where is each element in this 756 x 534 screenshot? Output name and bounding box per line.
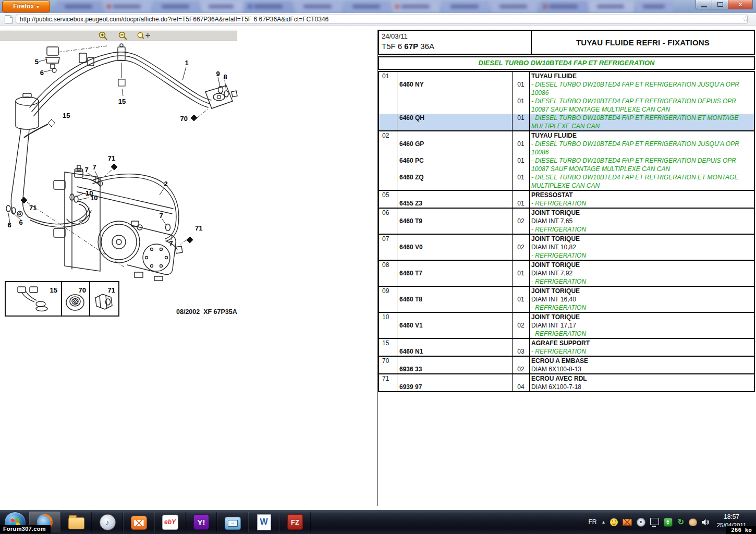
parts-row[interactable]: 09JOINT TORIQUE: [379, 287, 754, 295]
browser-tab[interactable]: [442, 1, 489, 13]
part-number-cell: 6460 N1: [397, 347, 513, 356]
parts-row[interactable]: 05PRESSOSTAT: [379, 191, 754, 199]
taskbar-remote-window-button[interactable]: →: [217, 512, 248, 532]
browser-tab[interactable]: [540, 1, 588, 13]
parts-row-selected[interactable]: 6460 QH01- DIESEL TURBO DW10BTED4 FAP ET…: [379, 114, 754, 130]
part-ref-cell: [379, 243, 397, 251]
navigation-bar: ☆: [0, 13, 756, 26]
part-desc-cell: JOINT TORIQUE: [530, 235, 754, 243]
parts-row[interactable]: 6460 PC01- DIESEL TURBO DW10BTED4 FAP ET…: [379, 156, 754, 173]
browser-tab[interactable]: [201, 1, 243, 13]
browser-tab[interactable]: [153, 1, 199, 13]
url-input[interactable]: [16, 15, 748, 23]
sync-tray-icon[interactable]: ↻: [677, 518, 684, 526]
close-button[interactable]: ×: [728, 0, 753, 9]
parts-row[interactable]: 6939 9704DIAM 6X100-7-18: [379, 383, 754, 391]
browser-tab[interactable]: [589, 1, 634, 13]
part-number-cell: 6455 Z3: [397, 199, 513, 208]
parts-row[interactable]: 15AGRAFE SUPPORT: [379, 339, 754, 347]
part-number-cell: 6460 QH: [397, 114, 513, 130]
parts-row[interactable]: 02TUYAU FLUIDE: [379, 131, 754, 140]
part-ref-cell: [379, 321, 397, 330]
mail-icon: [131, 516, 147, 530]
parts-row[interactable]: 08JOINT TORIQUE: [379, 261, 754, 269]
firefox-menu-button[interactable]: Firefox▾: [2, 1, 50, 13]
zoom-pan-button[interactable]: [137, 31, 150, 40]
part-ref-cell: 09: [379, 287, 397, 295]
parts-row[interactable]: 01TUYAU FLUIDE: [379, 72, 754, 80]
parts-row[interactable]: - REFRIGERATION: [379, 251, 754, 260]
parts-row[interactable]: - REFRIGERATION: [379, 304, 754, 312]
parts-row[interactable]: 6460 T701DIAM INT 7,92: [379, 269, 754, 277]
chevron-down-icon: ▾: [36, 4, 39, 9]
parts-row[interactable]: 6460 ZQ01- DIESEL TURBO DW10BTED4 FAP ET…: [379, 173, 754, 190]
part-ref-cell: [379, 269, 397, 277]
browser-tab[interactable]: [392, 1, 440, 13]
parts-group: 10JOINT TORIQUE6460 V102DIAM INT 17,17- …: [379, 312, 754, 338]
parts-row[interactable]: - REFRIGERATION: [379, 225, 754, 234]
part-qty-cell: 01: [513, 140, 530, 156]
minimize-button[interactable]: [696, 0, 712, 9]
taskbar-explorer-button[interactable]: [60, 512, 92, 532]
browser-tab[interactable]: [56, 1, 102, 13]
parts-row[interactable]: - REFRIGERATION: [379, 330, 754, 338]
parts-row[interactable]: 6460 T801DIAM INT 16,40: [379, 295, 754, 304]
zoom-in-button[interactable]: [97, 31, 111, 40]
restore-button[interactable]: [712, 0, 728, 9]
part-qty-cell: [513, 225, 530, 234]
part-desc-cell: - REFRIGERATION: [530, 330, 754, 338]
parts-group: 71ECROU AVEC RDL6939 9704DIAM 6X100-7-18: [379, 373, 754, 391]
messenger-tray-icon[interactable]: [610, 518, 618, 526]
parts-row[interactable]: 6936 3302DIAM 6X100-8-13: [379, 365, 754, 373]
taskbar-filezilla-button[interactable]: FZ: [279, 512, 311, 532]
part-number-cell: 6460 NY: [397, 80, 513, 97]
parts-row[interactable]: 07JOINT TORIQUE: [379, 235, 754, 243]
parts-row[interactable]: 6460 GP01- DIESEL TURBO DW10BTED4 FAP ET…: [379, 140, 754, 156]
zoom-out-icon: [118, 31, 129, 40]
taskbar-itunes-button[interactable]: ♪: [92, 512, 123, 532]
volume-tray-icon[interactable]: [702, 519, 709, 526]
parts-diagram: 5 6 15 1 9 8 70 15 71 7 7 10 10 2 71 7 7…: [0, 42, 377, 323]
language-indicator[interactable]: FR: [589, 518, 597, 526]
browser-tab[interactable]: [344, 1, 390, 13]
part-ref-cell: [379, 330, 397, 338]
parts-row[interactable]: 6460 V102DIAM INT 17,17: [379, 321, 754, 330]
parts-row[interactable]: 6460 T902DIAM INT 7,65: [379, 217, 754, 225]
parts-row[interactable]: - REFRIGERATION: [379, 277, 754, 286]
taskbar-yahoo-button[interactable]: Y!: [186, 512, 217, 532]
browser-tab[interactable]: [491, 1, 537, 13]
network-tray-icon[interactable]: [650, 518, 659, 525]
bookmark-star-icon[interactable]: ☆: [742, 15, 749, 23]
parts-row[interactable]: 6460 V002DIAM INT 10,82: [379, 243, 754, 251]
taskbar-ebay-button[interactable]: ebY: [154, 512, 186, 532]
parts-row[interactable]: 01- DIESEL TURBO DW10BTED4 FAP ET REFRIG…: [379, 97, 754, 114]
legend-callout: 71: [108, 286, 115, 294]
parts-row[interactable]: 6460 NY01- DIESEL TURBO DW10BTED4 FAP ET…: [379, 80, 754, 97]
parts-row[interactable]: 10JOINT TORIQUE: [379, 313, 754, 321]
browser-tab[interactable]: [245, 1, 293, 13]
parts-row[interactable]: 71ECROU AVEC RDL: [379, 374, 754, 383]
parts-row[interactable]: 70ECROU A EMBASE: [379, 357, 754, 365]
zoom-out-button[interactable]: [117, 31, 130, 40]
part-qty-cell: 01: [513, 199, 530, 208]
browser-tab[interactable]: [104, 1, 151, 13]
part-desc-cell: DIAM INT 7,65: [530, 217, 754, 225]
update-tray-icon[interactable]: [664, 518, 673, 527]
taskbar-word-button[interactable]: W: [248, 512, 279, 532]
part-number-cell: 6460 T9: [397, 217, 513, 225]
part-number-cell: [397, 97, 513, 114]
parts-row[interactable]: 06JOINT TORIQUE: [379, 209, 754, 217]
part-desc-cell: - REFRIGERATION: [530, 251, 754, 260]
mail-tray-icon[interactable]: [623, 519, 632, 526]
browser-tab[interactable]: [636, 1, 673, 13]
hand-tray-icon[interactable]: [689, 518, 697, 526]
taskbar-mail-button[interactable]: [123, 512, 154, 532]
diagram-callout: 15: [118, 98, 126, 105]
browser-tab[interactable]: [295, 1, 342, 13]
part-qty-cell: [513, 313, 530, 321]
disc-tray-icon[interactable]: [637, 518, 645, 527]
yahoo-messenger-icon: Y!: [193, 514, 209, 530]
parts-row[interactable]: 6455 Z301- REFRIGERATION: [379, 199, 754, 208]
show-hidden-icons-button[interactable]: ▲: [602, 520, 606, 525]
parts-row[interactable]: 6460 N103- REFRIGERATION: [379, 347, 754, 356]
